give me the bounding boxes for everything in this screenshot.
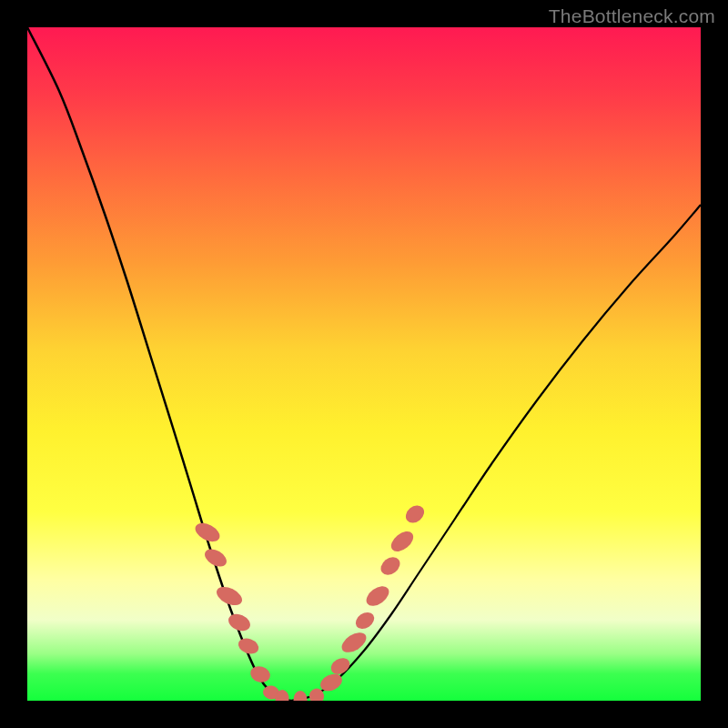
left-seg-5 xyxy=(236,636,260,657)
watermark-text: TheBottleneck.com xyxy=(549,5,715,27)
bottom-seg-3 xyxy=(294,691,308,701)
right-seg-3 xyxy=(339,629,369,657)
plot-area xyxy=(27,27,701,701)
right-seg-2 xyxy=(328,655,352,678)
right-seg-6 xyxy=(378,553,404,579)
right-seg-7 xyxy=(388,528,417,556)
right-seg-5 xyxy=(363,582,393,610)
marker-layer xyxy=(192,501,428,701)
right-curve xyxy=(291,205,701,701)
right-seg-8 xyxy=(402,501,428,526)
chart-frame: TheBottleneck.com xyxy=(0,0,728,728)
curve-layer xyxy=(27,27,701,701)
left-seg-6 xyxy=(248,664,272,684)
left-curve xyxy=(27,27,291,701)
right-seg-4 xyxy=(352,609,377,632)
